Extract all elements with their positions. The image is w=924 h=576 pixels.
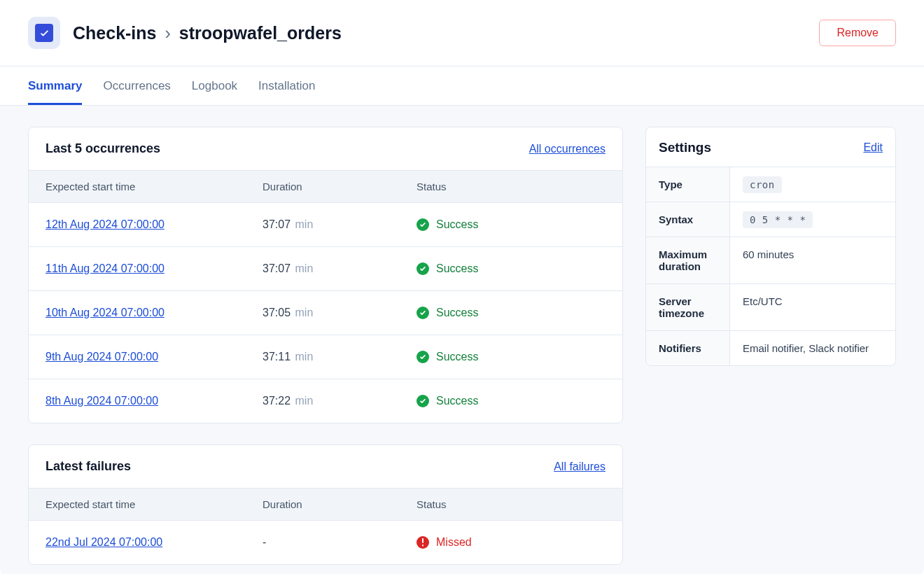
duration-unit: min	[295, 395, 314, 407]
checkins-icon	[28, 17, 60, 49]
all-occurrences-link[interactable]: All occurrences	[529, 143, 606, 155]
status-text: Success	[436, 307, 478, 319]
duration-unit: min	[295, 351, 314, 363]
duration-value: 37:07	[262, 218, 290, 230]
occurrence-time-link[interactable]: 12th Aug 2024 07:00:00	[46, 218, 164, 230]
settings-title: Settings	[659, 140, 863, 155]
settings-row-syntax: Syntax 0 5 * * *	[646, 202, 895, 237]
status-text: Success	[436, 351, 478, 363]
error-icon	[416, 536, 429, 549]
duration-unit: min	[295, 262, 314, 274]
duration-value: 37:22	[262, 395, 290, 407]
settings-row-type: Type cron	[646, 167, 895, 202]
settings-row-max-duration: Maximum duration 60 minutes	[646, 237, 895, 284]
table-row: 8th Aug 2024 07:00:00 37:22 min Success	[29, 379, 622, 423]
occurrences-table-header: Expected start time Duration Status	[29, 170, 622, 203]
tabs: Summary Occurrences Logbook Installation	[0, 66, 924, 106]
settings-value: 60 minutes	[730, 237, 895, 283]
svg-rect-1	[422, 545, 424, 547]
occurrence-time-link[interactable]: 8th Aug 2024 07:00:00	[46, 395, 158, 407]
chevron-right-icon: ›	[164, 23, 170, 43]
settings-value: 0 5 * * *	[730, 202, 895, 237]
duration-value: -	[262, 536, 266, 548]
edit-settings-link[interactable]: Edit	[863, 141, 883, 154]
tab-summary[interactable]: Summary	[28, 66, 82, 105]
column-duration: Duration	[262, 498, 416, 510]
tab-occurrences[interactable]: Occurrences	[103, 66, 170, 105]
type-chip: cron	[743, 176, 782, 193]
breadcrumb-current: stroopwafel_orders	[179, 23, 342, 43]
occurrences-card: Last 5 occurrences All occurrences Expec…	[28, 127, 623, 423]
occurrences-title: Last 5 occurrences	[46, 141, 529, 156]
status-badge: Missed	[416, 536, 606, 549]
tab-logbook[interactable]: Logbook	[192, 66, 237, 105]
table-row: 10th Aug 2024 07:00:00 37:05 min Success	[29, 291, 622, 335]
syntax-chip: 0 5 * * *	[743, 211, 813, 228]
status-text: Success	[436, 395, 478, 407]
duration-unit: min	[295, 218, 314, 230]
column-status: Status	[416, 498, 606, 510]
tab-installation[interactable]: Installation	[258, 66, 315, 105]
settings-label: Type	[646, 167, 730, 202]
settings-label: Maximum duration	[646, 237, 730, 283]
settings-label: Syntax	[646, 202, 730, 237]
column-duration: Duration	[262, 181, 416, 192]
failure-time-link[interactable]: 22nd Jul 2024 07:00:00	[46, 536, 162, 548]
occurrence-time-link[interactable]: 9th Aug 2024 07:00:00	[46, 351, 158, 363]
table-row: 12th Aug 2024 07:00:00 37:07 min Success	[29, 203, 622, 247]
column-time: Expected start time	[46, 181, 262, 192]
duration-value: 37:07	[262, 262, 290, 274]
breadcrumb-root[interactable]: Check-ins	[73, 23, 156, 43]
settings-value: cron	[730, 167, 895, 202]
table-row: 22nd Jul 2024 07:00:00 - Missed	[29, 521, 622, 564]
settings-value: Email notifier, Slack notifier	[730, 331, 895, 365]
duration-value: 37:11	[262, 351, 290, 363]
settings-card: Settings Edit Type cron Syntax 0 5 * * *…	[645, 127, 896, 366]
table-row: 11th Aug 2024 07:00:00 37:07 min Success	[29, 247, 622, 291]
checkmark-icon	[35, 24, 53, 42]
success-icon	[416, 218, 429, 231]
duration-value: 37:05	[262, 307, 290, 318]
success-icon	[416, 351, 429, 363]
remove-button[interactable]: Remove	[819, 20, 896, 46]
success-icon	[416, 395, 429, 407]
status-text: Missed	[436, 536, 472, 549]
status-text: Success	[436, 262, 478, 275]
failures-table-header: Expected start time Duration Status	[29, 488, 622, 521]
success-icon	[416, 262, 429, 275]
failures-title: Latest failures	[46, 459, 554, 474]
column-time: Expected start time	[46, 498, 262, 510]
status-badge: Success	[416, 351, 606, 363]
occurrence-time-link[interactable]: 10th Aug 2024 07:00:00	[46, 307, 164, 318]
status-text: Success	[436, 218, 478, 231]
content-area: Last 5 occurrences All occurrences Expec…	[0, 106, 924, 574]
settings-row-notifiers: Notifiers Email notifier, Slack notifier	[646, 331, 895, 365]
failures-card: Latest failures All failures Expected st…	[28, 444, 623, 565]
breadcrumb: Check-ins › stroopwafel_orders	[73, 23, 342, 43]
settings-label: Server timezone	[646, 284, 730, 330]
status-badge: Success	[416, 307, 606, 319]
settings-row-timezone: Server timezone Etc/UTC	[646, 284, 895, 331]
table-row: 9th Aug 2024 07:00:00 37:11 min Success	[29, 335, 622, 379]
all-failures-link[interactable]: All failures	[554, 461, 606, 473]
status-badge: Success	[416, 218, 606, 231]
occurrence-time-link[interactable]: 11th Aug 2024 07:00:00	[46, 262, 164, 274]
column-status: Status	[416, 181, 606, 192]
success-icon	[416, 307, 429, 319]
page-header: Check-ins › stroopwafel_orders Remove	[0, 0, 924, 66]
status-badge: Success	[416, 262, 606, 275]
duration-unit: min	[295, 307, 314, 318]
settings-value: Etc/UTC	[730, 284, 895, 330]
svg-rect-0	[422, 538, 424, 543]
settings-label: Notifiers	[646, 331, 730, 365]
status-badge: Success	[416, 395, 606, 407]
